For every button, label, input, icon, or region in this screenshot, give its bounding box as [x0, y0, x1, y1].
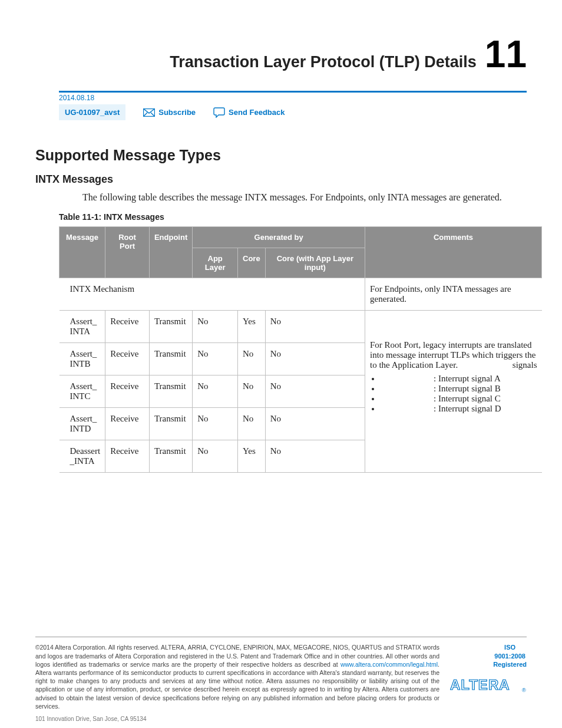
- mechanism-comment: For Endpoints, only INTA messages are ge…: [365, 278, 542, 311]
- iso-badge[interactable]: ISO 9001:2008 Registered: [493, 643, 527, 668]
- cell-corein: No: [265, 408, 365, 440]
- table-head: Message Root Port Endpoint Generated by …: [59, 227, 542, 278]
- altera-logo: ALTERA ®: [450, 676, 527, 694]
- cell-msg: Assert_ INTB: [59, 343, 105, 375]
- cell-root: Receive: [105, 408, 150, 440]
- cell-root: Receive: [105, 440, 150, 473]
- cell-core: Yes: [238, 311, 266, 343]
- table-body: INTX Mechanism For Endpoints, only INTA …: [59, 278, 542, 473]
- cell-msg: Assert_ INTD: [59, 408, 105, 440]
- section-heading: Supported Message Types: [35, 147, 527, 164]
- cell-root: Receive: [105, 343, 150, 375]
- speech-bubble-icon: [213, 107, 225, 118]
- cell-core: Yes: [238, 440, 266, 473]
- list-item: : Interrupt signal D: [381, 404, 537, 414]
- feedback-label: Send Feedback: [229, 108, 285, 117]
- th-core: Core: [238, 248, 266, 278]
- mechanism-label: INTX Mechanism: [59, 278, 365, 311]
- th-root-port: Root Port: [105, 227, 150, 278]
- comments-cell: For Root Port, legacy interrupts are tra…: [365, 311, 542, 473]
- chapter-title: Transaction Layer Protocol (TLP) Details: [170, 53, 477, 71]
- cell-root: Receive: [105, 375, 150, 408]
- logo-text: ALTERA: [450, 677, 510, 693]
- doc-row: UG-01097_avst Subscribe Send Feedback: [59, 104, 527, 120]
- th-endpoint: Endpoint: [149, 227, 192, 278]
- table-row: Assert_ INTA Receive Transmit No Yes No …: [59, 311, 542, 343]
- list-item: : Interrupt signal A: [381, 374, 537, 384]
- th-core-input: Core (with App Layer input): [265, 248, 365, 278]
- cell-ep: Transmit: [149, 343, 192, 375]
- cell-app: No: [193, 343, 238, 375]
- intx-table: Message Root Port Endpoint Generated by …: [59, 226, 542, 473]
- chapter-number: 11: [485, 35, 527, 73]
- subscribe-link[interactable]: Subscribe: [143, 108, 196, 117]
- cell-core: No: [238, 375, 266, 408]
- chapter-header: Transaction Layer Protocol (TLP) Details…: [35, 35, 527, 73]
- cell-corein: No: [265, 375, 365, 408]
- comments-para1-tail: signals: [513, 360, 537, 370]
- doc-id[interactable]: UG-01097_avst: [59, 104, 125, 120]
- page-container: Transaction Layer Protocol (TLP) Details…: [0, 0, 562, 728]
- meta-bar: 2014.08.18 UG-01097_avst Subscribe Send …: [59, 91, 527, 120]
- list-item: : Interrupt signal B: [381, 384, 537, 394]
- cell-ep: Transmit: [149, 440, 192, 473]
- subsection-heading: INTX Messages: [35, 173, 527, 186]
- doc-date: 2014.08.18: [59, 94, 527, 102]
- mechanism-row: INTX Mechanism For Endpoints, only INTA …: [59, 278, 542, 311]
- footer: ©2014 Altera Corporation. All rights res…: [35, 637, 527, 710]
- svg-line-2: [151, 113, 155, 117]
- th-app-layer: App Layer: [193, 248, 238, 278]
- intro-paragraph: The following table describes the messag…: [82, 190, 507, 204]
- list-item: : Interrupt signal C: [381, 394, 537, 404]
- cell-app: No: [193, 311, 238, 343]
- cell-ep: Transmit: [149, 311, 192, 343]
- cell-app: No: [193, 408, 238, 440]
- cell-ep: Transmit: [149, 408, 192, 440]
- cell-corein: No: [265, 311, 365, 343]
- th-message: Message: [59, 227, 105, 278]
- copyright-year: 2014: [39, 644, 53, 651]
- footer-right: ISO 9001:2008 Registered ALTERA ®: [450, 643, 527, 710]
- table-caption: Table 11-1: INTX Messages: [59, 212, 527, 222]
- cell-msg: Assert_ INTA: [59, 311, 105, 343]
- feedback-link[interactable]: Send Feedback: [213, 107, 285, 118]
- legal-link[interactable]: www.altera.com/common/legal.html: [340, 661, 438, 668]
- svg-line-1: [144, 113, 148, 117]
- cell-app: No: [193, 375, 238, 408]
- footer-legal: ©2014 Altera Corporation. All rights res…: [35, 643, 439, 710]
- footer-address: 101 Innovation Drive, San Jose, CA 95134: [35, 716, 146, 722]
- footer-text2: . Altera warrants performance of its sem…: [35, 661, 439, 710]
- comments-para1: For Root Port, legacy interrupts are tra…: [370, 340, 535, 360]
- cell-ep: Transmit: [149, 375, 192, 408]
- interrupt-list: : Interrupt signal A : Interrupt signal …: [370, 374, 537, 414]
- th-comments: Comments: [365, 227, 542, 278]
- envelope-icon: [143, 108, 155, 117]
- cell-msg: Deassert _INTA: [59, 440, 105, 473]
- cell-msg: Assert_ INTC: [59, 375, 105, 408]
- subscribe-label: Subscribe: [158, 108, 196, 117]
- cell-corein: No: [265, 440, 365, 473]
- th-generated-by: Generated by: [193, 227, 365, 248]
- cell-app: No: [193, 440, 238, 473]
- cell-core: No: [238, 408, 266, 440]
- cell-root: Receive: [105, 311, 150, 343]
- cell-corein: No: [265, 343, 365, 375]
- svg-text:®: ®: [522, 687, 526, 693]
- cell-core: No: [238, 343, 266, 375]
